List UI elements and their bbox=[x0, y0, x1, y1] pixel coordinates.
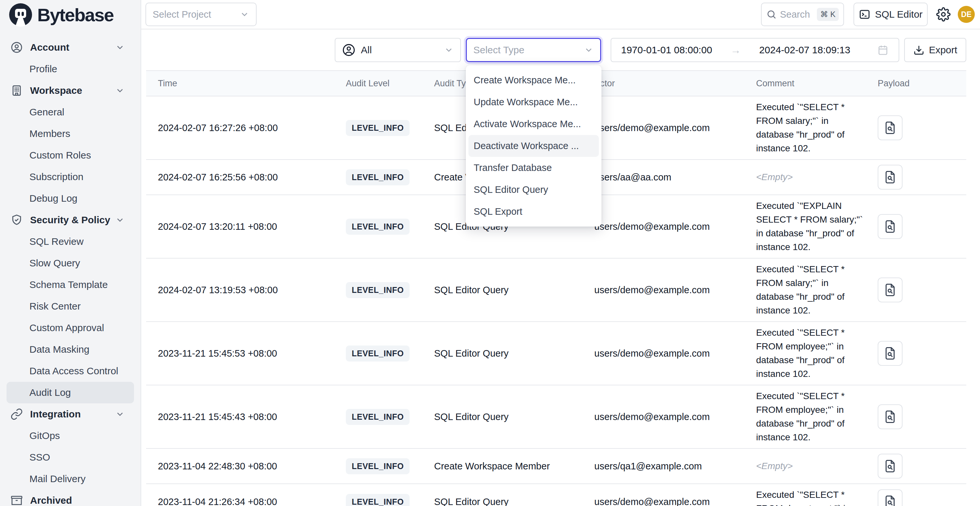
dropdown-option-sql-editor-query[interactable]: SQL Editor Query bbox=[466, 179, 601, 201]
audit-comment: <Empty> bbox=[756, 170, 878, 184]
sidebar-item-label: Workspace bbox=[30, 85, 83, 96]
sidebar-item-debug-log[interactable]: Debug Log bbox=[0, 188, 140, 209]
date-range-start[interactable]: 1970-01-01 08:00:00 bbox=[621, 45, 712, 56]
sidebar-item-data-access-control[interactable]: Data Access Control bbox=[0, 360, 140, 382]
payload-view-button[interactable] bbox=[878, 115, 902, 140]
payload-view-button[interactable] bbox=[878, 454, 902, 479]
file-search-icon bbox=[883, 410, 897, 423]
sidebar-item-account[interactable]: Account bbox=[0, 37, 140, 58]
sidebar-item-security-policy[interactable]: Security & Policy bbox=[0, 209, 140, 231]
sidebar-item-custom-roles[interactable]: Custom Roles bbox=[0, 145, 140, 166]
sidebar-item-slow-query[interactable]: Slow Query bbox=[0, 252, 140, 274]
chevron-down-icon bbox=[115, 86, 125, 95]
sidebar-item-custom-approval[interactable]: Custom Approval bbox=[0, 317, 140, 339]
sql-editor-label: SQL Editor bbox=[875, 9, 923, 20]
sidebar-item-archived[interactable]: Archived bbox=[0, 490, 140, 506]
column-header-comment: Comment bbox=[756, 78, 878, 89]
payload-view-button[interactable] bbox=[878, 214, 902, 239]
dropdown-option-deactivate-workspace-member[interactable]: Deactivate Workspace ... bbox=[468, 135, 599, 157]
global-search-input[interactable]: Search ⌘ K bbox=[761, 3, 844, 26]
file-search-icon bbox=[883, 121, 897, 135]
sidebar-item-label: Custom Roles bbox=[29, 150, 91, 161]
sidebar-item-subscription[interactable]: Subscription bbox=[0, 166, 140, 188]
sidebar-item-label: GitOps bbox=[29, 430, 60, 441]
sidebar-item-label: Profile bbox=[29, 64, 57, 75]
audit-level-badge: LEVEL_INFO bbox=[346, 282, 410, 298]
actor-filter-select[interactable]: All bbox=[335, 38, 461, 62]
search-shortcut-badge: ⌘ K bbox=[817, 8, 839, 21]
project-select[interactable]: Select Project bbox=[145, 3, 257, 26]
audit-level-badge: LEVEL_INFO bbox=[346, 219, 410, 235]
sidebar-item-integration[interactable]: Integration bbox=[0, 403, 140, 425]
sidebar-item-label: SQL Review bbox=[29, 236, 84, 247]
column-header-audit-level: Audit Level bbox=[346, 78, 434, 89]
audit-actor: users/demo@example.com bbox=[594, 221, 756, 232]
chevron-down-icon bbox=[584, 45, 593, 55]
sidebar-item-gitops[interactable]: GitOps bbox=[0, 425, 140, 447]
sidebar-nav: Account Profile Workspace General Member… bbox=[0, 29, 140, 506]
payload-view-button[interactable] bbox=[878, 489, 902, 506]
sidebar-item-profile[interactable]: Profile bbox=[0, 58, 140, 80]
sidebar-item-schema-template[interactable]: Schema Template bbox=[0, 274, 140, 296]
dropdown-option-transfer-database[interactable]: Transfer Database bbox=[466, 157, 601, 179]
audit-type: SQL Editor Query bbox=[434, 348, 594, 359]
sidebar-item-label: Integration bbox=[30, 409, 81, 420]
dropdown-option-update-workspace-member[interactable]: Update Workspace Me... bbox=[466, 91, 601, 113]
sidebar-item-data-masking[interactable]: Data Masking bbox=[0, 339, 140, 360]
gear-icon[interactable] bbox=[936, 7, 951, 22]
sidebar-item-sso[interactable]: SSO bbox=[0, 447, 140, 468]
date-range-end[interactable]: 2024-02-07 18:09:13 bbox=[759, 45, 851, 56]
file-search-icon bbox=[883, 170, 897, 184]
audit-level-badge: LEVEL_INFO bbox=[346, 409, 410, 425]
sidebar-item-general[interactable]: General bbox=[0, 101, 140, 123]
sidebar-item-audit-log[interactable]: Audit Log bbox=[6, 382, 134, 403]
sidebar-item-label: Debug Log bbox=[29, 193, 78, 204]
audit-comment: <Empty> bbox=[756, 459, 878, 473]
bytebase-logo-icon bbox=[8, 3, 33, 27]
audit-type-dropdown-menu: Create Workspace Me... Update Workspace … bbox=[466, 65, 601, 226]
brand-name: Bytebase bbox=[37, 4, 113, 25]
avatar[interactable]: DE bbox=[958, 6, 975, 23]
type-filter-placeholder: Select Type bbox=[473, 45, 524, 56]
audit-time: 2023-11-04 22:48:30 +08:00 bbox=[158, 461, 346, 472]
type-filter-select[interactable]: Select Type bbox=[466, 38, 601, 62]
audit-time: 2023-11-21 15:45:43 +08:00 bbox=[158, 412, 346, 422]
audit-type: Create Workspace Member bbox=[434, 461, 594, 472]
table-row: 2023-11-21 15:45:43 +08:00 LEVEL_INFO SQ… bbox=[146, 385, 966, 449]
sidebar: Bytebase Account Profile Workspace Gener… bbox=[0, 0, 141, 506]
file-search-icon bbox=[883, 220, 897, 233]
dropdown-option-activate-workspace-member[interactable]: Activate Workspace Me... bbox=[466, 113, 601, 135]
sidebar-item-label: Mail Delivery bbox=[29, 473, 86, 484]
audit-level-badge: LEVEL_INFO bbox=[346, 458, 410, 474]
audit-actor: users/demo@example.com bbox=[594, 412, 756, 422]
dropdown-option-create-workspace-member[interactable]: Create Workspace Me... bbox=[466, 69, 601, 91]
audit-time: 2024-02-07 16:25:56 +08:00 bbox=[158, 172, 346, 183]
chevron-down-icon bbox=[115, 409, 125, 419]
filter-bar: All Select Type 1970-01-01 08:00:00 → 20… bbox=[146, 38, 966, 62]
search-placeholder: Search bbox=[780, 9, 810, 20]
sql-editor-button[interactable]: SQL Editor bbox=[853, 3, 928, 26]
sidebar-item-risk-center[interactable]: Risk Center bbox=[0, 296, 140, 317]
brand-logo[interactable]: Bytebase bbox=[0, 0, 140, 29]
export-button[interactable]: Export bbox=[904, 38, 966, 62]
sidebar-item-label: SSO bbox=[29, 452, 50, 463]
export-label: Export bbox=[929, 45, 958, 56]
payload-view-button[interactable] bbox=[878, 341, 902, 366]
date-range-picker[interactable]: 1970-01-01 08:00:00 → 2024-02-07 18:09:1… bbox=[611, 38, 899, 62]
payload-view-button[interactable] bbox=[878, 277, 902, 302]
file-search-icon bbox=[883, 495, 897, 506]
dropdown-option-sql-export[interactable]: SQL Export bbox=[466, 201, 601, 223]
sidebar-item-label: Risk Center bbox=[29, 301, 81, 312]
sidebar-item-label: Archived bbox=[30, 495, 72, 506]
payload-view-button[interactable] bbox=[878, 404, 902, 429]
sidebar-item-sql-review[interactable]: SQL Review bbox=[0, 231, 140, 252]
link-icon bbox=[10, 408, 23, 420]
audit-time: 2023-11-21 15:45:53 +08:00 bbox=[158, 348, 346, 359]
sidebar-item-workspace[interactable]: Workspace bbox=[0, 80, 140, 101]
actor-filter-value: All bbox=[361, 45, 372, 56]
audit-time: 2024-02-07 13:19:53 +08:00 bbox=[158, 285, 346, 296]
sidebar-item-members[interactable]: Members bbox=[0, 123, 140, 145]
audit-comment: Executed `"EXPLAIN SELECT * FROM salary;… bbox=[756, 199, 878, 254]
payload-view-button[interactable] bbox=[878, 165, 902, 189]
sidebar-item-mail-delivery[interactable]: Mail Delivery bbox=[0, 468, 140, 490]
